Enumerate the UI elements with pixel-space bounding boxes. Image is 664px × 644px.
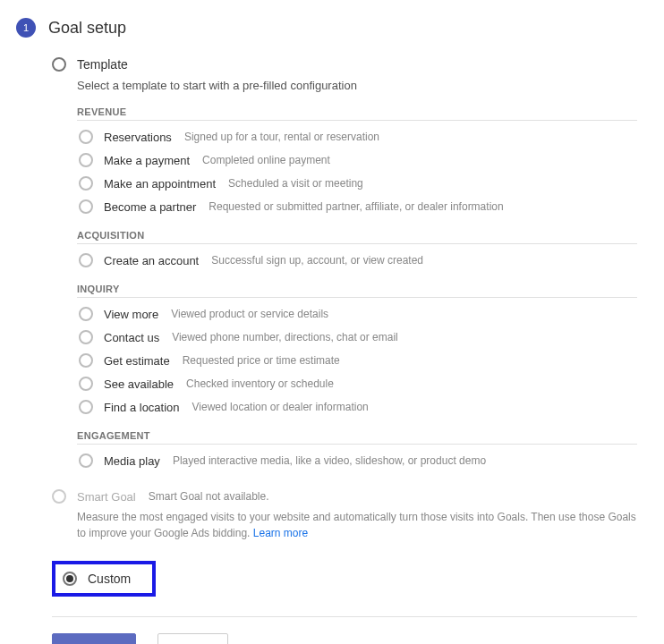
template-item-name: Create an account xyxy=(104,254,199,267)
template-item-desc: Viewed phone number, directions, chat or… xyxy=(172,331,398,343)
template-item-desc: Signed up for a tour, rental or reservat… xyxy=(184,131,379,143)
template-item[interactable]: Media playPlayed interactive media, like… xyxy=(79,453,637,468)
template-item[interactable]: Become a partnerRequested or submitted p… xyxy=(79,199,637,214)
template-item-desc: Checked inventory or schedule xyxy=(186,377,334,390)
template-item[interactable]: Find a locationViewed location or dealer… xyxy=(79,400,637,414)
custom-label: Custom xyxy=(88,572,131,586)
template-item[interactable]: See availableChecked inventory or schedu… xyxy=(79,377,637,391)
template-item[interactable]: Make a paymentCompleted online payment xyxy=(79,153,637,167)
template-item[interactable]: Make an appointmentScheduled a visit or … xyxy=(79,176,637,191)
option-custom-highlight[interactable]: Custom xyxy=(52,561,156,597)
template-item-radio[interactable] xyxy=(79,199,93,214)
template-item-desc: Viewed location or dealer information xyxy=(192,401,369,413)
continue-button[interactable]: Continue xyxy=(52,633,136,644)
template-item-radio[interactable] xyxy=(79,377,93,391)
template-helper: Select a template to start with a pre-fi… xyxy=(77,79,637,92)
category-header: ACQUISITION xyxy=(77,230,637,244)
template-item[interactable]: Get estimateRequested price or time esti… xyxy=(79,353,637,368)
cancel-button[interactable]: Cancel xyxy=(157,633,227,644)
template-item-radio[interactable] xyxy=(79,176,93,191)
divider xyxy=(52,616,637,617)
custom-radio[interactable] xyxy=(63,572,77,586)
template-item-name: Reservations xyxy=(104,131,172,144)
template-item-desc: Scheduled a visit or meeting xyxy=(228,177,363,190)
category-header: REVENUE xyxy=(77,106,637,121)
template-item-name: Make an appointment xyxy=(104,177,216,191)
template-item-radio[interactable] xyxy=(79,400,93,414)
template-radio[interactable] xyxy=(52,57,66,72)
categories-container: REVENUEReservationsSigned up for a tour,… xyxy=(77,106,637,468)
template-item-radio[interactable] xyxy=(79,153,93,167)
template-item-radio[interactable] xyxy=(79,307,93,321)
template-item[interactable]: View moreViewed product or service detai… xyxy=(79,307,637,321)
template-label: Template xyxy=(77,57,128,72)
template-item-radio[interactable] xyxy=(79,130,93,144)
template-item[interactable]: Contact usViewed phone number, direction… xyxy=(79,330,637,344)
template-item-radio[interactable] xyxy=(79,253,93,267)
template-item-name: See available xyxy=(104,377,174,391)
template-item-name: Find a location xyxy=(104,401,180,414)
template-item-desc: Requested price or time estimate xyxy=(183,354,340,367)
smart-goal-label: Smart Goal xyxy=(77,490,136,504)
category-header: INQUIRY xyxy=(77,284,637,298)
template-item-desc: Completed online payment xyxy=(202,154,330,166)
template-item-radio[interactable] xyxy=(79,453,93,468)
template-item-name: Become a partner xyxy=(104,200,196,214)
template-item-name: Media play xyxy=(104,454,160,468)
template-item[interactable]: Create an accountSuccessful sign up, acc… xyxy=(79,253,637,267)
template-item-desc: Requested or submitted partner, affiliat… xyxy=(209,200,503,213)
template-item[interactable]: ReservationsSigned up for a tour, rental… xyxy=(79,130,637,144)
step-title: Goal setup xyxy=(48,19,126,38)
option-smart-goal: Smart Goal Smart Goal not available. Mea… xyxy=(52,489,637,541)
template-item-name: Contact us xyxy=(104,331,159,344)
template-item-name: Make a payment xyxy=(104,154,190,167)
template-item-radio[interactable] xyxy=(79,330,93,344)
template-item-desc: Played interactive media, like a video, … xyxy=(173,454,486,467)
button-row: Continue Cancel xyxy=(52,633,637,644)
option-custom-section: Custom xyxy=(52,561,637,597)
category-header: ENGAGEMENT xyxy=(77,430,637,445)
template-item-desc: Viewed product or service details xyxy=(171,308,328,320)
smart-goal-radio xyxy=(52,489,66,504)
template-item-name: Get estimate xyxy=(104,354,170,368)
smart-goal-status: Smart Goal not available. xyxy=(149,490,269,503)
learn-more-link[interactable]: Learn more xyxy=(253,527,308,539)
step-header: 1 Goal setup xyxy=(16,18,637,38)
smart-goal-desc-text: Measure the most engaged visits to your … xyxy=(77,511,636,539)
smart-goal-desc: Measure the most engaged visits to your … xyxy=(77,509,637,541)
template-item-desc: Successful sign up, account, or view cre… xyxy=(211,254,423,267)
step-number-badge: 1 xyxy=(16,18,36,38)
option-template[interactable]: Template xyxy=(52,57,637,72)
template-item-name: View more xyxy=(104,308,158,321)
template-item-radio[interactable] xyxy=(79,353,93,368)
